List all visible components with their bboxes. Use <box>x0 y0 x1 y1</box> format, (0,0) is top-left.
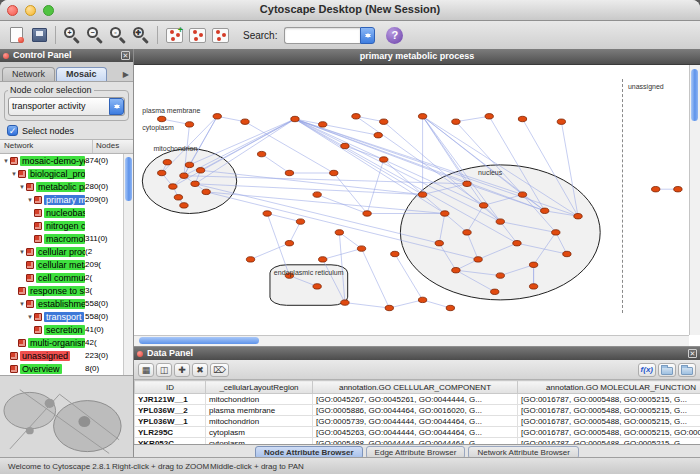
node[interactable] <box>191 181 199 186</box>
table-cell[interactable]: [GO:0045267, GO:0045261, GO:0044444, G..… <box>313 394 518 405</box>
node[interactable] <box>246 257 254 262</box>
tree-column-nodes[interactable]: Nodes <box>93 140 133 153</box>
node[interactable] <box>452 268 460 273</box>
tree-row[interactable]: cell communica2( <box>0 271 133 284</box>
node[interactable] <box>241 119 249 124</box>
edge[interactable] <box>367 160 384 214</box>
tab-overflow-icon[interactable]: ▶ <box>123 70 131 81</box>
node[interactable] <box>319 122 327 127</box>
select-all-attributes-icon[interactable]: ▦ <box>138 363 154 377</box>
zoom-in-icon[interactable]: + <box>62 25 82 45</box>
node[interactable] <box>380 119 388 124</box>
node[interactable] <box>479 203 487 208</box>
column-header[interactable]: annotation.GO CELLULAR_COMPONENT <box>313 381 518 394</box>
delete-attribute-icon[interactable]: ✖ <box>192 363 208 377</box>
node[interactable] <box>341 300 349 305</box>
node-color-dropdown[interactable]: transporter activity <box>8 97 125 116</box>
node[interactable] <box>463 181 471 186</box>
float-panel-icon[interactable] <box>3 53 9 59</box>
tab-mosaic[interactable]: Mosaic <box>56 67 107 81</box>
edge[interactable] <box>345 303 389 308</box>
tree-row[interactable]: ▼metabolic process280(0) <box>0 180 133 193</box>
help-icon[interactable]: ? <box>386 27 403 44</box>
node[interactable] <box>418 297 426 302</box>
expander-icon[interactable]: ▼ <box>2 158 10 164</box>
data-panel-close-icon[interactable]: ✕ <box>688 349 697 358</box>
node[interactable] <box>357 246 365 251</box>
table-cell[interactable]: cytoplasm <box>206 427 313 438</box>
node[interactable] <box>202 189 210 194</box>
dropdown-arrow-icon[interactable] <box>109 98 124 115</box>
node[interactable] <box>452 119 460 124</box>
tree-row[interactable]: secretion41(0) <box>0 323 133 336</box>
edge[interactable] <box>323 249 362 260</box>
tree-row[interactable]: ▼transport558(0) <box>0 310 133 323</box>
table-cell[interactable]: cytoplasm <box>206 438 313 445</box>
node[interactable] <box>485 114 493 119</box>
node[interactable] <box>529 262 537 267</box>
node[interactable] <box>574 214 582 219</box>
table-row[interactable]: YLR295Ccytoplasm[GO:0045263, GO:0044444,… <box>135 427 700 438</box>
node[interactable] <box>541 208 549 213</box>
table-cell[interactable]: [GO:0005886, GO:0044464, GO:0016020, G..… <box>313 405 518 416</box>
table-cell[interactable]: YLR295C <box>135 427 206 438</box>
table-cell[interactable]: [GO:0016787, GO:0005488, GO:0005215, G..… <box>518 438 700 445</box>
table-row[interactable]: YKR052Ccytoplasm[GO:0005488, GO:0044444,… <box>135 438 700 445</box>
node[interactable] <box>391 251 399 256</box>
table-cell[interactable]: plasma membrane <box>206 405 313 416</box>
node[interactable] <box>446 305 454 310</box>
table-cell[interactable]: [GO:0005739, GO:0044444, GO:0044464, G..… <box>313 416 518 427</box>
node[interactable] <box>496 273 504 278</box>
column-header[interactable]: _cellularLayoutRegion <box>206 381 313 394</box>
trash-icon[interactable]: ⌦ <box>210 363 229 377</box>
zoom-to-fit-icon[interactable]: ✚ <box>131 25 151 45</box>
node[interactable] <box>196 168 204 173</box>
tree-row[interactable]: unassigned223(0) <box>0 349 133 362</box>
node[interactable] <box>158 170 166 175</box>
table-cell[interactable]: [GO:0016787, GO:0005488, GO:0005215, G..… <box>518 405 700 416</box>
table-row[interactable]: YPL036W__1mitochondrion[GO:0005739, GO:0… <box>135 416 700 427</box>
node[interactable] <box>385 305 393 310</box>
table-cell[interactable]: YJR121W__1 <box>135 394 206 405</box>
tree-row[interactable]: response to stimu3( <box>0 284 133 297</box>
node[interactable] <box>174 195 182 200</box>
edge[interactable] <box>289 222 300 244</box>
zoom-selected-region-icon[interactable]: ▫ <box>108 25 128 45</box>
node[interactable] <box>213 114 221 119</box>
node[interactable] <box>418 192 426 197</box>
network-vertical-scrollbar[interactable] <box>689 65 700 335</box>
node[interactable] <box>341 143 349 148</box>
expander-icon[interactable]: ▼ <box>26 314 34 320</box>
open-session-icon[interactable] <box>6 25 26 45</box>
node[interactable] <box>552 230 560 235</box>
tab-network[interactable]: Network <box>2 67 55 81</box>
search-input[interactable] <box>284 27 360 44</box>
node[interactable] <box>158 116 166 121</box>
node[interactable] <box>418 114 426 119</box>
tree-row[interactable]: Overview8(0) <box>0 362 133 375</box>
network-horizontal-scrollbar[interactable] <box>134 335 689 346</box>
birds-eye-view[interactable] <box>0 375 133 458</box>
table-cell[interactable]: [GO:0045263, GO:0044444, GO:0044464, G..… <box>313 427 518 438</box>
node[interactable] <box>441 211 449 216</box>
table-cell[interactable]: YKR052C <box>135 438 206 445</box>
edge[interactable] <box>295 119 484 205</box>
vscroll-thumb[interactable] <box>691 69 698 121</box>
node[interactable] <box>435 241 443 246</box>
tree-scrollbar[interactable] <box>123 154 133 375</box>
tree-row[interactable]: ▼cellular process(2 <box>0 245 133 258</box>
node[interactable] <box>180 173 188 178</box>
table-cell[interactable]: mitochondrion <box>206 416 313 427</box>
table-cell[interactable]: [GO:0016787, GO:0005488, GO:0005215, G..… <box>518 394 700 405</box>
edge[interactable] <box>456 116 489 121</box>
import-attributes-icon[interactable] <box>658 363 676 377</box>
node[interactable] <box>474 257 482 262</box>
unselect-all-attributes-icon[interactable]: ◫ <box>156 363 172 377</box>
node[interactable] <box>257 151 265 156</box>
destroy-network-view-icon[interactable] <box>187 25 207 45</box>
tree-row[interactable]: nucleobase <box>0 206 133 219</box>
zoom-out-icon[interactable]: − <box>85 25 105 45</box>
edge[interactable] <box>267 214 300 222</box>
table-cell[interactable]: YPL036W__1 <box>135 416 206 427</box>
table-cell[interactable]: [GO:0016787, GO:0005488, GO:0005215, GO:… <box>518 427 700 438</box>
